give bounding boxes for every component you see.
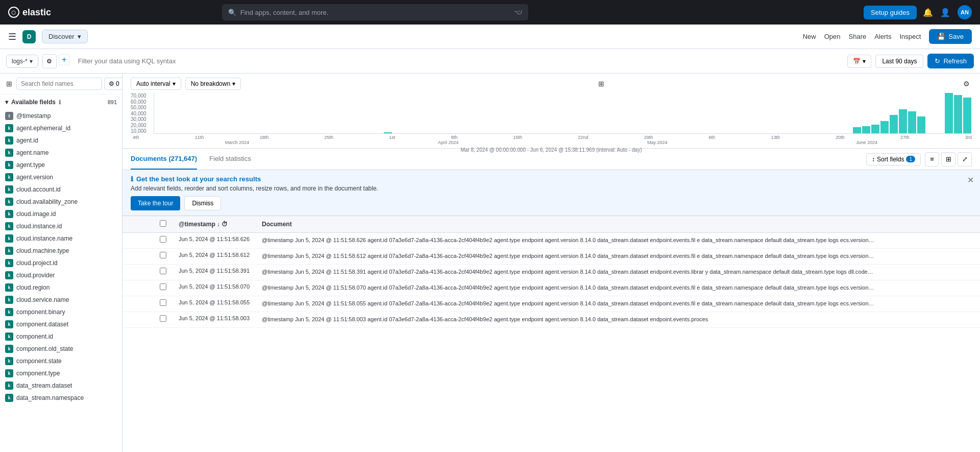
share-link[interactable]: Share — [849, 33, 867, 40]
field-search-input[interactable] — [16, 78, 102, 90]
sidebar-field-item[interactable]: kcomponent.old_state — [0, 343, 122, 355]
new-link[interactable]: New — [803, 33, 816, 40]
setup-guides-button[interactable]: Setup guides — [864, 6, 917, 19]
chart-bar — [899, 109, 907, 133]
row-checkbox[interactable] — [160, 252, 166, 258]
sidebar-field-item[interactable]: kcloud.machine.type — [0, 245, 122, 257]
kql-search-input[interactable] — [74, 55, 844, 67]
sidebar-field-item[interactable]: kcomponent.binary — [0, 306, 122, 318]
row-checkbox[interactable] — [160, 315, 166, 322]
add-filter-button[interactable]: + — [59, 54, 70, 65]
field-type-icon: k — [5, 283, 13, 292]
calendar-button[interactable]: 📅 ▾ — [847, 55, 871, 68]
row-checkbox[interactable] — [160, 283, 166, 290]
take-tour-button[interactable]: Take the tour — [131, 196, 180, 210]
row-action-button[interactable]: ✏ — [129, 252, 136, 261]
dismiss-button[interactable]: Dismiss — [184, 196, 221, 210]
row-document-cell: @timestamp Jun 5, 2024 @ 11:51:58.612 ag… — [256, 249, 980, 265]
row-action-button[interactable]: ✏ — [129, 283, 136, 293]
sidebar-field-item[interactable]: kdata_stream.dataset — [0, 379, 122, 392]
histogram-chart: 70,000 60,000 50,000 40,000 30,000 20,00… — [131, 93, 972, 144]
sidebar-field-item[interactable]: kcloud.account.id — [0, 183, 122, 196]
sidebar-field-item[interactable]: kcloud.image.id — [0, 208, 122, 220]
sidebar-field-item[interactable]: kcloud.instance.name — [0, 232, 122, 245]
sidebar-field-item[interactable]: kcloud.provider — [0, 269, 122, 281]
row-height-button[interactable]: ⊞ — [941, 152, 955, 166]
sidebar-field-item[interactable]: kagent.ephemeral_id — [0, 122, 122, 134]
sidebar-field-item[interactable]: kdata_stream.namespace — [0, 392, 122, 404]
tip-banner: ✕ ℹ Get the best look at your search res… — [122, 170, 980, 216]
field-name-label: component.state — [16, 358, 62, 365]
filter-options-button[interactable]: ⚙ — [42, 54, 57, 68]
sidebar-field-item[interactable]: kcomponent.state — [0, 355, 122, 367]
row-action-button[interactable]: ✏ — [129, 236, 136, 245]
breakdown-selector[interactable]: No breakdown ▾ — [185, 78, 241, 90]
chart-timestamp-range: Mar 8, 2024 @ 00:00:00.000 - Jun 6, 2024… — [131, 147, 972, 153]
sidebar-field-item[interactable]: kcloud.instance.id — [0, 220, 122, 232]
chart-settings-button[interactable]: ⚙ — [961, 78, 972, 90]
user-icon[interactable]: 👤 — [940, 8, 950, 17]
row-action-button[interactable]: 🔍 — [138, 299, 148, 308]
chevron-down-icon: ▾ — [78, 33, 81, 40]
global-search[interactable]: 🔍 Find apps, content, and more. ⌥/ — [222, 4, 528, 20]
close-tip-button[interactable]: ✕ — [967, 175, 974, 185]
row-action-button[interactable]: ✏ — [129, 315, 136, 324]
row-action-button[interactable]: 🔍 — [138, 268, 148, 277]
data-view-selector[interactable]: logs-* ▾ — [6, 55, 38, 68]
row-checkbox[interactable] — [160, 236, 166, 243]
chevron-down-icon: ▾ — [30, 58, 33, 65]
filter-bar-right: 📅 ▾ Last 90 days ↻ Refresh — [847, 54, 974, 68]
field-name-label: component.binary — [16, 308, 65, 316]
row-timestamp-cell: Jun 5, 2024 @ 11:51:58.003 — [173, 312, 256, 328]
row-action-button[interactable]: 🔍 — [138, 252, 148, 261]
row-actions-cell: ✏🔍 — [122, 233, 154, 249]
sidebar-field-item[interactable]: kcloud.region — [0, 281, 122, 294]
sidebar-field-item[interactable]: kagent.type — [0, 159, 122, 171]
row-checkbox[interactable] — [160, 268, 166, 274]
hamburger-menu-icon[interactable]: ☰ — [8, 31, 16, 42]
sidebar-field-item[interactable]: kcloud.availability_zone — [0, 196, 122, 208]
chart-options-button[interactable]: ⊞ — [596, 78, 606, 90]
sidebar-field-item[interactable]: kagent.version — [0, 171, 122, 183]
full-screen-button[interactable]: ⤢ — [958, 152, 972, 166]
tab-documents-label: Documents (271,647) — [131, 155, 197, 162]
notifications-icon[interactable]: 🔔 — [923, 8, 933, 17]
sidebar-field-item[interactable]: kagent.id — [0, 134, 122, 147]
row-action-button[interactable]: ✏ — [129, 268, 136, 277]
avatar[interactable]: AN — [958, 5, 972, 19]
columns-view-button[interactable]: ≡ — [925, 152, 939, 166]
field-type-icon: k — [5, 247, 13, 255]
row-action-button[interactable]: 🔍 — [138, 283, 148, 293]
sidebar-field-item[interactable]: t@timestamp — [0, 110, 122, 122]
row-action-button[interactable]: ✏ — [129, 299, 136, 308]
refresh-label: Refresh — [943, 57, 967, 65]
toggle-sidebar-button[interactable]: ⊞ — [4, 78, 14, 90]
discover-button[interactable]: Discover ▾ — [42, 30, 88, 43]
save-button[interactable]: 💾 Save — [929, 29, 972, 44]
sidebar-field-item[interactable]: kcloud.project.id — [0, 257, 122, 269]
sort-fields-button[interactable]: ↕ Sort fields 1 — [866, 153, 921, 165]
open-link[interactable]: Open — [824, 33, 841, 40]
refresh-button[interactable]: ↻ Refresh — [927, 54, 974, 68]
select-all-checkbox[interactable] — [160, 220, 166, 227]
sidebar-field-item[interactable]: kcomponent.type — [0, 367, 122, 379]
inspect-link[interactable]: Inspect — [899, 33, 921, 40]
chart-y-axis: 70,000 60,000 50,000 40,000 30,000 20,00… — [131, 93, 151, 134]
sidebar-field-item[interactable]: kagent.name — [0, 147, 122, 159]
alerts-link[interactable]: Alerts — [874, 33, 891, 40]
field-type-icon: k — [5, 296, 13, 304]
chart-bars — [154, 93, 972, 134]
row-document-cell: @timestamp Jun 5, 2024 @ 11:51:58.070 ag… — [256, 280, 980, 296]
row-action-button[interactable]: 🔍 — [138, 315, 148, 324]
sidebar-field-item[interactable]: kcloud.service.name — [0, 294, 122, 306]
row-checkbox[interactable] — [160, 299, 166, 306]
row-action-button[interactable]: 🔍 — [138, 236, 148, 245]
sidebar-field-item[interactable]: kcomponent.id — [0, 330, 122, 343]
x-label-1: 4th — [133, 135, 139, 140]
filter-count-button[interactable]: ⚙ 0 — [104, 78, 122, 90]
time-range-button[interactable]: Last 90 days — [875, 55, 923, 68]
save-icon: 💾 — [937, 33, 945, 40]
calendar-icon: 📅 — [853, 58, 861, 65]
interval-selector[interactable]: Auto interval ▾ — [131, 78, 181, 90]
sidebar-field-item[interactable]: kcomponent.dataset — [0, 318, 122, 330]
